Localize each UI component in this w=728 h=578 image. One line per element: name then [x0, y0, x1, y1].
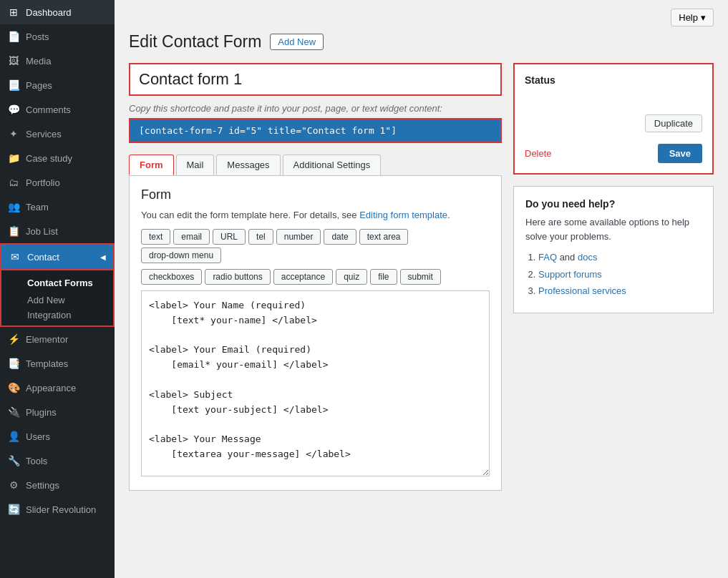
and-text: and [560, 252, 578, 263]
slider-icon: 🔄 [7, 503, 20, 516]
sidebar-item-label: Appearance [26, 383, 76, 393]
professional-services-link[interactable]: Professional services [538, 285, 626, 296]
sidebar-item-slider[interactable]: 🔄 Slider Revolution [0, 497, 115, 521]
editing-form-template-link[interactable]: Editing form template [359, 210, 447, 220]
shortcode-box[interactable]: [contact-form-7 id="5" title="Contact fo… [129, 118, 502, 143]
sidebar-item-media[interactable]: 🖼 Media [0, 49, 115, 73]
submenu-add-new[interactable]: Add New [1, 293, 113, 308]
sidebar-item-label: Users [26, 431, 50, 442]
help-box-title: Do you need help? [525, 198, 702, 210]
sidebar-item-tools[interactable]: 🔧 Tools [0, 449, 115, 473]
status-title: Status [525, 74, 702, 86]
status-box: Status Duplicate Delete Save [513, 63, 714, 175]
tag-btn-file[interactable]: file [370, 269, 397, 285]
tag-btn-textarea[interactable]: text area [359, 229, 409, 245]
tag-btn-quiz[interactable]: quiz [336, 269, 367, 285]
docs-link[interactable]: docs [578, 252, 597, 263]
sidebar-item-label: Comments [26, 104, 71, 115]
tag-btn-radio[interactable]: radio buttons [205, 269, 270, 285]
sidebar-item-label: Job List [26, 226, 58, 237]
tag-btn-number[interactable]: number [276, 229, 321, 245]
form-panel-title: Form [141, 187, 490, 202]
form-code-textarea[interactable] [141, 290, 490, 476]
tag-buttons-row1: text email URL tel number date text area… [141, 229, 490, 263]
support-forums-link[interactable]: Support forums [538, 269, 602, 280]
faq-link[interactable]: FAQ [538, 252, 557, 263]
add-new-button[interactable]: Add New [270, 34, 324, 50]
sidebar-item-posts[interactable]: 📄 Posts [0, 24, 115, 49]
tag-btn-dropdown[interactable]: drop-down menu [141, 248, 221, 263]
help-box: Do you need help? Here are some availabl… [513, 186, 714, 313]
submenu-integration[interactable]: Integration [1, 308, 113, 323]
casestudy-icon: 📁 [7, 152, 20, 165]
sidebar-item-plugins[interactable]: 🔌 Plugins [0, 400, 115, 424]
form-panel-description: You can edit the form template here. For… [141, 210, 490, 220]
sidebar-item-templates[interactable]: 📑 Templates [0, 351, 115, 376]
help-links-list: FAQ and docs Support forums Professional… [525, 250, 702, 298]
appearance-icon: 🎨 [7, 381, 20, 394]
tab-mail[interactable]: Mail [176, 155, 215, 175]
help-link-item-2: Support forums [538, 268, 702, 282]
help-chevron-icon: ▾ [701, 12, 706, 23]
sidebar-item-services[interactable]: ✦ Services [0, 122, 115, 146]
delete-link[interactable]: Delete [525, 148, 552, 159]
help-box-description: Here are some available options to help … [525, 215, 702, 243]
sidebar-item-label: Pages [26, 80, 52, 91]
form-panel-desc-text: You can edit the form template here. For… [141, 210, 359, 220]
sidebar-item-elementor[interactable]: ⚡ Elementor [0, 327, 115, 351]
tag-btn-url[interactable]: URL [213, 229, 246, 245]
tab-additional-settings[interactable]: Additional Settings [283, 155, 382, 175]
sidebar-item-label: Templates [26, 358, 68, 369]
joblist-icon: 📋 [7, 225, 20, 237]
sidebar-item-comments[interactable]: 💬 Comments [0, 97, 115, 122]
sidebar-item-joblist[interactable]: 📋 Job List [0, 219, 115, 243]
posts-icon: 📄 [7, 30, 20, 43]
main-content: Help ▾ Edit Contact Form Add New Copy th… [115, 0, 728, 578]
sidebar-item-label: Posts [26, 31, 49, 42]
submenu-contact-forms[interactable]: Contact Forms [1, 273, 113, 293]
sidebar-item-label: Tools [26, 456, 47, 466]
sidebar-item-contact[interactable]: ✉ Contact ◀ [0, 243, 115, 270]
sidebar-item-pages[interactable]: 📃 Pages [0, 73, 115, 97]
tag-buttons-row2: checkboxes radio buttons acceptance quiz… [141, 269, 490, 285]
sidebar-item-portfolio[interactable]: 🗂 Portfolio [0, 170, 115, 195]
save-button[interactable]: Save [658, 144, 702, 163]
tag-btn-date[interactable]: date [324, 229, 356, 245]
tag-btn-email[interactable]: email [173, 229, 210, 245]
sidebar-item-casestudy[interactable]: 📁 Case study [0, 146, 115, 170]
tag-btn-acceptance[interactable]: acceptance [273, 269, 333, 285]
tag-btn-text[interactable]: text [141, 229, 170, 245]
tab-messages[interactable]: Messages [216, 155, 280, 175]
comments-icon: 💬 [7, 103, 20, 116]
tag-btn-checkboxes[interactable]: checkboxes [141, 269, 202, 285]
tag-btn-tel[interactable]: tel [248, 229, 273, 245]
sidebar-item-label: Services [26, 129, 62, 139]
plugins-icon: 🔌 [7, 406, 20, 418]
tab-form[interactable]: Form [129, 155, 174, 175]
sidebar-item-settings[interactable]: ⚙ Settings [0, 473, 115, 497]
sidebar-item-label: Elementor [26, 334, 68, 345]
form-name-input[interactable] [129, 63, 502, 96]
sidebar-item-appearance[interactable]: 🎨 Appearance [0, 376, 115, 400]
media-icon: 🖼 [7, 54, 20, 67]
sidebar-item-label: Dashboard [26, 7, 72, 18]
form-panel-desc-period: . [447, 210, 450, 220]
elementor-icon: ⚡ [7, 333, 20, 346]
tag-btn-submit[interactable]: submit [400, 269, 441, 285]
right-panel: Status Duplicate Delete Save Do you need… [513, 63, 714, 313]
sidebar-item-dashboard[interactable]: ⊞ Dashboard [0, 0, 115, 24]
contact-icon: ✉ [9, 250, 21, 263]
form-panel: Form You can edit the form template here… [129, 176, 502, 491]
tools-icon: 🔧 [7, 454, 20, 467]
team-icon: 👥 [7, 200, 20, 213]
sidebar-item-team[interactable]: 👥 Team [0, 195, 115, 219]
help-link-item-1: FAQ and docs [538, 250, 702, 265]
help-button[interactable]: Help ▾ [671, 9, 714, 26]
content-area: Copy this shortcode and paste it into yo… [129, 63, 714, 491]
portfolio-icon: 🗂 [7, 176, 20, 189]
sidebar-item-users[interactable]: 👤 Users [0, 424, 115, 449]
duplicate-button[interactable]: Duplicate [645, 114, 702, 132]
shortcode-label: Copy this shortcode and paste it into yo… [129, 103, 502, 114]
sidebar-item-label: Settings [26, 480, 59, 491]
page-header: Edit Contact Form Add New [129, 32, 714, 52]
